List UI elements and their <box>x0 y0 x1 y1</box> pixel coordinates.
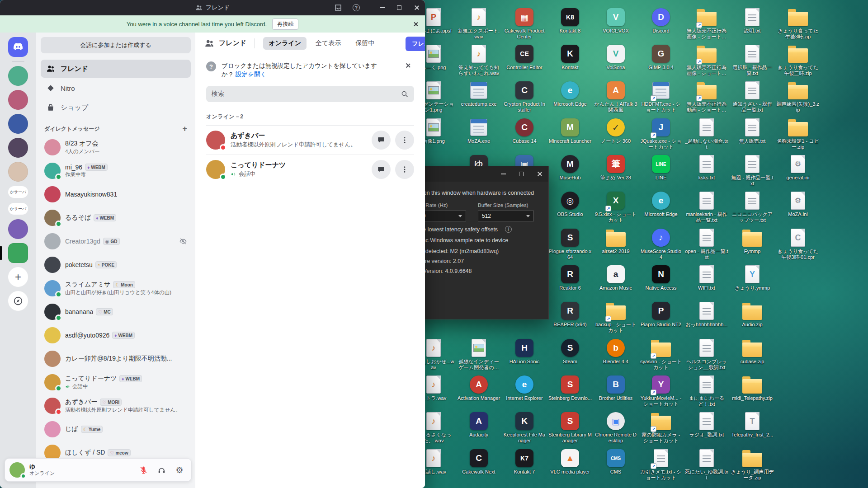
create-dm-button[interactable] <box>182 125 187 133</box>
desktop-icon[interactable]: AActivation Manager <box>457 375 500 401</box>
desktop-icon[interactable]: eInternet Explorer <box>503 375 546 401</box>
desktop-icon[interactable]: CMSCMS <box>594 448 637 475</box>
settings-button[interactable] <box>172 463 187 477</box>
desktop-icon[interactable]: midi_Telepathy.zip <box>731 375 774 401</box>
server-icon[interactable] <box>8 138 28 158</box>
more-button[interactable] <box>395 160 414 179</box>
dialog-minimize-button[interactable] <box>494 166 512 182</box>
sidebar-item-friends[interactable]: フレンド <box>41 60 191 78</box>
buffer-size-select[interactable]: 512 <box>478 211 534 221</box>
desktop-icon[interactable]: VVoiSona <box>594 44 637 70</box>
desktop-icon[interactable]: ↗syasinn - ショートカット <box>639 338 683 371</box>
desktop-icon[interactable]: 調声練習(失敗)_3.zip <box>776 80 820 113</box>
desktop-icon[interactable]: 死にたい_ゆ歌詞.txt <box>685 448 728 481</box>
desktop-icon[interactable]: ⚙general.ini <box>776 154 820 181</box>
desktop-icon[interactable]: NNative Access <box>639 264 683 291</box>
desktop-icon[interactable]: まにまにわーるど！.txt <box>685 375 728 407</box>
desktop-icon[interactable]: SSteinberg Downlo... <box>548 375 592 401</box>
desktop-icon[interactable]: 筆筆まめ Ver.28 <box>594 154 637 181</box>
tab-pending[interactable]: 保留中 <box>350 37 380 50</box>
desktop-icon[interactable]: 選択肢 - 親作品一覧.txt <box>731 44 774 76</box>
message-button[interactable] <box>372 131 391 150</box>
minimize-button[interactable] <box>373 0 391 15</box>
desktop-icon[interactable]: bBlender 4.4 <box>594 338 637 365</box>
dm-item[interactable]: asdf@yuto0926♦WEBM <box>41 324 191 347</box>
desktop-icon[interactable]: ▲VLC media player <box>548 448 592 475</box>
dm-item[interactable]: あずきバー♡MORI活動者様以外原則フレンド申請許可してません。 <box>41 394 191 418</box>
desktop-icon[interactable]: CEController Editor <box>503 44 546 70</box>
desktop-icon[interactable]: KKontakt <box>548 44 592 70</box>
desktop-icon[interactable]: ↗万引きメモ.txt - ショートカット <box>639 448 683 481</box>
dm-item[interactable]: こってりドーナツ♦WEBM会話中 <box>41 371 191 394</box>
desktop-icon[interactable]: RREAPER (x64) <box>548 301 592 328</box>
desktop-icon[interactable]: DDiscord <box>639 7 683 34</box>
more-button[interactable] <box>395 131 414 150</box>
desktop-icon[interactable]: MMinecraft Launcher <box>548 117 592 144</box>
desktop-icon[interactable]: VVOICEVOX <box>594 7 637 34</box>
dm-item[interactable]: スライムアミサ☾Moon山田と山田が好き(山田リョウと笑う4体の山) <box>41 277 191 300</box>
open-on-connect-checkbox[interactable]: Open this window when hardware is connec… <box>406 190 540 196</box>
desktop-icon[interactable]: AAudacity <box>457 411 500 438</box>
desktop-icon[interactable]: ▦Cakewalk Product Center <box>503 7 546 40</box>
dm-item[interactable]: Masayukisnow831 <box>41 183 191 206</box>
desktop-icon[interactable]: ヘルスコンプレッション__歌詞.txt <box>685 338 728 371</box>
dm-item[interactable]: bananana♡MC <box>41 300 191 324</box>
desktop-icon[interactable]: J↗JQuake.exe - ショートカット <box>639 117 683 150</box>
explore-servers-button[interactable] <box>8 291 28 311</box>
desktop-icon[interactable]: 説明.txt <box>731 7 774 34</box>
message-button[interactable] <box>372 160 391 179</box>
desktop-icon[interactable]: airset2-2019 <box>594 228 637 254</box>
server-icon[interactable] <box>8 243 28 263</box>
desktop-icon[interactable]: K8Kontakt 8 <box>548 7 592 34</box>
discord-titlebar[interactable]: フレンド <box>0 0 425 15</box>
server-icon[interactable] <box>8 114 28 134</box>
desktop-icon[interactable]: Audio.zip <box>731 301 774 328</box>
desktop-icon[interactable]: TTelepathy_Inst_2... <box>731 411 774 438</box>
dm-item[interactable]: じば☾Yume <box>41 418 191 441</box>
server-icon[interactable] <box>8 219 28 239</box>
add-server-button[interactable] <box>8 267 28 287</box>
desktop-icon[interactable]: eMicrosoft Edge <box>548 80 592 107</box>
dm-item[interactable]: poketetsu◓POKE <box>41 253 191 277</box>
desktop-icon[interactable]: CCubase 14 <box>503 117 546 144</box>
dm-item[interactable]: るるそば♦WEBM <box>41 206 191 230</box>
server-icon[interactable] <box>8 66 28 86</box>
desktop-icon[interactable]: 孤独なインディーゲーム開発者の一生... <box>457 338 500 371</box>
desktop-icon[interactable]: 通知うざい - 親作品一覧.txt <box>731 80 774 113</box>
desktop-icon[interactable]: PPiapro Studio NT2 <box>639 301 683 328</box>
desktop-icon[interactable]: SPlogue sforzando x64 <box>548 228 592 260</box>
hint-dismiss-button[interactable] <box>405 63 410 68</box>
desktop-icon[interactable]: Aかんたん！AITalk 3 関西風 <box>594 80 637 113</box>
open-settings-link[interactable]: 設定を開く <box>236 71 266 78</box>
desktop-icon[interactable]: ↗HDDFMT.exe - ショートカット <box>639 80 683 113</box>
mic-muted-button[interactable] <box>136 463 151 477</box>
desktop-icon[interactable]: K7Kontakt 7 <box>503 448 546 475</box>
desktop-icon[interactable]: CCakewalk Next <box>457 448 500 475</box>
sync-rate-checkbox[interactable]: Sync Windows sample rate to device <box>406 237 540 244</box>
desktop-icon[interactable]: LINELINE <box>639 154 683 181</box>
desktop-icon[interactable]: ◎OBS Studio <box>548 191 592 217</box>
desktop-icon[interactable]: きょうり食ってた午後三時.zip <box>776 44 820 76</box>
desktop-icon[interactable]: Yきょうり.ymmp <box>731 264 774 291</box>
reconnect-button[interactable]: 再接続 <box>272 19 298 30</box>
desktop-icon[interactable]: おっhhhhhhhhhh... <box>685 301 728 328</box>
dialog-close-button[interactable] <box>530 166 548 182</box>
desktop-icon[interactable]: ♪答え知ってても知らずいわこれ.wav <box>457 44 500 76</box>
dialog-maximize-button[interactable] <box>512 166 530 182</box>
info-icon[interactable] <box>505 226 512 233</box>
tab-online[interactable]: オンライン <box>263 37 307 50</box>
desktop-icon[interactable]: ♪MuseScore Studio 4 <box>639 228 683 260</box>
sidebar-item-nitro[interactable]: Nitro <box>41 79 191 97</box>
desktop-icon[interactable]: HHALion Sonic <box>503 338 546 365</box>
desktop-icon[interactable]: ↗backup - ショートカット <box>594 301 637 333</box>
avatar[interactable] <box>9 462 25 478</box>
tab-all[interactable]: 全て表示 <box>310 37 346 50</box>
desktop-icon[interactable]: SSteinberg Library Manager <box>548 411 592 444</box>
desktop-icon[interactable]: RReaktor 6 <box>548 264 592 291</box>
desktop-icon[interactable]: Cきょうり食ってた午後3時-01.cpr <box>776 228 820 260</box>
server-icon[interactable] <box>8 90 28 110</box>
dm-item[interactable]: 8/23 オフ会4人のメンバー <box>41 136 191 159</box>
desktop-icon[interactable]: MMuseHub <box>548 154 592 181</box>
desktop-icon[interactable]: cubase.zip <box>731 338 774 365</box>
desktop-icon[interactable]: きょうり_調声用データ.zip <box>731 448 774 481</box>
